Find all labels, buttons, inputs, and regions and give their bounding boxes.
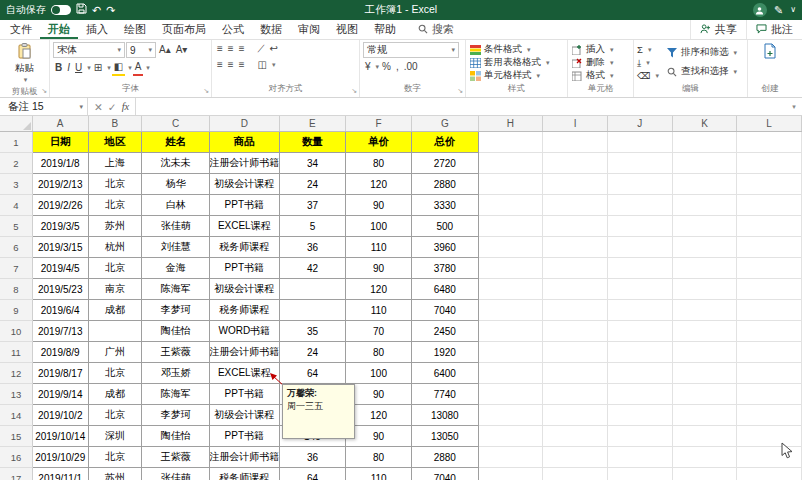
cell-A16[interactable]: 2019/10/29 [33, 447, 89, 468]
percent-style-icon[interactable]: % [380, 60, 393, 74]
cell-H4[interactable] [479, 195, 544, 216]
cell-G3[interactable]: 2880 [412, 174, 479, 195]
cell-K15[interactable] [673, 426, 738, 447]
cell-J1[interactable] [608, 132, 673, 153]
underline-dropdown-icon[interactable]: ▾ [87, 64, 91, 72]
cell-E16[interactable]: 36 [280, 447, 347, 468]
cell-K13[interactable] [673, 384, 738, 405]
enter-icon[interactable]: ✓ [108, 101, 117, 113]
row-header-12[interactable]: 12 [0, 363, 33, 384]
cell-H13[interactable] [479, 384, 544, 405]
cell-J13[interactable] [608, 384, 673, 405]
cell-C7[interactable]: 金海 [142, 258, 210, 279]
cell-I8[interactable] [543, 279, 608, 300]
delete-cells-button[interactable]: 删除 ▾ [571, 56, 630, 69]
find-select-button[interactable]: 查找和选择 ▾ [666, 62, 737, 81]
cell-B13[interactable]: 成都 [89, 384, 143, 405]
column-header-L[interactable]: L [737, 116, 802, 131]
cell-F7[interactable]: 90 [346, 258, 412, 279]
cell-B5[interactable]: 苏州 [89, 216, 143, 237]
row-header-13[interactable]: 13 [0, 384, 33, 405]
cell-K2[interactable] [673, 153, 738, 174]
bold-button[interactable]: B [53, 61, 64, 75]
cell-K16[interactable] [673, 447, 738, 468]
cell-E8[interactable] [280, 279, 347, 300]
cell-H8[interactable] [479, 279, 544, 300]
column-header-B[interactable]: B [89, 116, 143, 131]
cell-J14[interactable] [608, 405, 673, 426]
align-left-icon[interactable]: ≡ [215, 58, 225, 72]
cell-D6[interactable]: 税务师课程 [210, 237, 280, 258]
cell-L13[interactable] [737, 384, 802, 405]
cell-C15[interactable]: 陶佳怡 [142, 426, 210, 447]
cell-B14[interactable]: 北京 [89, 405, 143, 426]
cell-G6[interactable]: 3960 [412, 237, 479, 258]
cell-E12[interactable]: 64 [280, 363, 347, 384]
cell-J17[interactable] [608, 468, 673, 480]
row-header-16[interactable]: 16 [0, 447, 33, 468]
cell-B12[interactable]: 北京 [89, 363, 143, 384]
cell-D11[interactable]: 注册会计师书籍 [210, 342, 280, 363]
cell-I9[interactable] [543, 300, 608, 321]
cell-A17[interactable]: 2019/11/1 [33, 468, 89, 480]
cell-B8[interactable]: 南京 [89, 279, 143, 300]
cell-E5[interactable]: 5 [280, 216, 347, 237]
accounting-format-icon[interactable]: ¥ [363, 60, 373, 74]
column-header-E[interactable]: E [280, 116, 347, 131]
cell-D15[interactable]: PPT书籍 [210, 426, 280, 447]
cell-F5[interactable]: 100 [346, 216, 412, 237]
undo-icon[interactable]: ↶ [92, 0, 101, 20]
comments-button[interactable]: 批注 [746, 20, 802, 39]
tab-view[interactable]: 视图 [328, 20, 366, 39]
cell-D7[interactable]: PPT书籍 [210, 258, 280, 279]
cell-E17[interactable]: 64 [280, 468, 347, 480]
cell-B16[interactable]: 北京 [89, 447, 143, 468]
cell-E6[interactable]: 36 [280, 237, 347, 258]
cell-comment-popup[interactable]: 万馨荣: 周一三五 [282, 384, 355, 439]
column-header-G[interactable]: G [412, 116, 479, 131]
cell-E9[interactable] [280, 300, 347, 321]
cell-C16[interactable]: 王紫薇 [142, 447, 210, 468]
formula-input[interactable] [136, 98, 786, 115]
cell-D3[interactable]: 初级会计课程 [210, 174, 280, 195]
column-header-C[interactable]: C [142, 116, 210, 131]
cell-A8[interactable]: 2019/5/23 [33, 279, 89, 300]
cell-I17[interactable] [543, 468, 608, 480]
clipboard-dialog-launcher-icon[interactable]: ↘ [41, 87, 47, 95]
cell-D4[interactable]: PPT书籍 [210, 195, 280, 216]
row-header-5[interactable]: 5 [0, 216, 33, 237]
cell-G14[interactable]: 13080 [412, 405, 479, 426]
tab-file[interactable]: 文件 [2, 20, 40, 39]
cell-G1[interactable]: 总价 [412, 132, 479, 153]
cell-J8[interactable] [608, 279, 673, 300]
insert-cells-button[interactable]: 插入 ▾ [571, 43, 630, 56]
accounting-dropdown-icon[interactable]: ▾ [376, 63, 380, 71]
cell-L6[interactable] [737, 237, 802, 258]
cell-C17[interactable]: 张佳萌 [142, 468, 210, 480]
cell-I5[interactable] [543, 216, 608, 237]
align-right-icon[interactable]: ≡ [237, 58, 247, 72]
cell-G5[interactable]: 500 [412, 216, 479, 237]
cell-I3[interactable] [543, 174, 608, 195]
cell-A11[interactable]: 2019/8/9 [33, 342, 89, 363]
cell-A7[interactable]: 2019/4/5 [33, 258, 89, 279]
cell-L12[interactable] [737, 363, 802, 384]
cell-K5[interactable] [673, 216, 738, 237]
cell-I14[interactable] [543, 405, 608, 426]
cell-H1[interactable] [479, 132, 544, 153]
decrease-font-icon[interactable]: A▾ [174, 43, 190, 57]
fill-button[interactable]: ⤓▾ [637, 56, 659, 69]
cell-D17[interactable]: 税务师课程 [210, 468, 280, 480]
cell-E10[interactable]: 35 [280, 321, 347, 342]
cell-J3[interactable] [608, 174, 673, 195]
cell-A12[interactable]: 2019/8/17 [33, 363, 89, 384]
cell-K10[interactable] [673, 321, 738, 342]
cell-I7[interactable] [543, 258, 608, 279]
cell-K17[interactable] [673, 468, 738, 480]
paste-button[interactable]: 粘贴 ▾ [11, 42, 38, 85]
cell-E2[interactable]: 34 [280, 153, 347, 174]
cell-E11[interactable]: 24 [280, 342, 347, 363]
cell-A4[interactable]: 2019/2/26 [33, 195, 89, 216]
cell-D14[interactable]: 初级会计课程 [210, 405, 280, 426]
column-header-K[interactable]: K [673, 116, 738, 131]
